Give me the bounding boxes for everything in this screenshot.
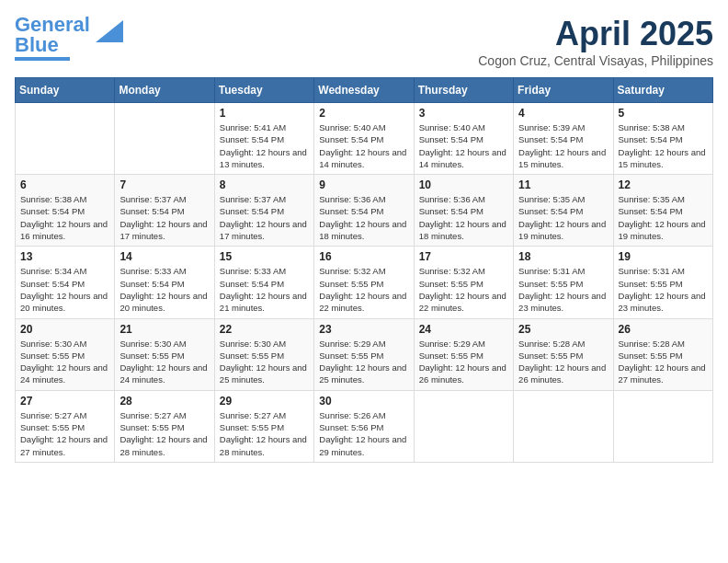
day-info: Sunrise: 5:30 AM Sunset: 5:55 PM Dayligh… xyxy=(119,338,209,386)
title-area: April 2025 Cogon Cruz, Central Visayas, … xyxy=(478,15,713,68)
day-number: 30 xyxy=(319,395,408,408)
calendar-cell: 15Sunrise: 5:33 AM Sunset: 5:54 PM Dayli… xyxy=(214,247,313,318)
calendar-week-row: 20Sunrise: 5:30 AM Sunset: 5:55 PM Dayli… xyxy=(16,318,713,390)
day-number: 9 xyxy=(319,178,408,191)
day-number: 26 xyxy=(619,323,708,336)
calendar-cell xyxy=(414,390,513,462)
day-info: Sunrise: 5:33 AM Sunset: 5:54 PM Dayligh… xyxy=(220,265,309,314)
day-number: 20 xyxy=(20,323,109,336)
calendar-cell: 9Sunrise: 5:36 AM Sunset: 5:54 PM Daylig… xyxy=(314,175,414,247)
calendar-cell: 29Sunrise: 5:27 AM Sunset: 5:55 PM Dayli… xyxy=(214,390,313,462)
day-info: Sunrise: 5:27 AM Sunset: 5:55 PM Dayligh… xyxy=(119,409,209,458)
day-info: Sunrise: 5:40 AM Sunset: 5:54 PM Dayligh… xyxy=(319,121,408,170)
day-number: 16 xyxy=(319,250,408,263)
day-info: Sunrise: 5:27 AM Sunset: 5:55 PM Dayligh… xyxy=(20,409,109,458)
day-number: 7 xyxy=(119,178,209,191)
location-title: Cogon Cruz, Central Visayas, Philippines xyxy=(478,53,713,68)
day-number: 28 xyxy=(119,395,209,408)
logo-text: GeneralBlue xyxy=(15,15,90,55)
day-number: 3 xyxy=(419,107,508,120)
calendar-week-row: 1Sunrise: 5:41 AM Sunset: 5:54 PM Daylig… xyxy=(16,103,713,175)
day-info: Sunrise: 5:28 AM Sunset: 5:55 PM Dayligh… xyxy=(619,338,708,386)
day-number: 2 xyxy=(319,107,408,120)
calendar-cell: 28Sunrise: 5:27 AM Sunset: 5:55 PM Dayli… xyxy=(115,390,214,462)
day-info: Sunrise: 5:27 AM Sunset: 5:55 PM Dayligh… xyxy=(220,409,309,458)
calendar-cell: 10Sunrise: 5:36 AM Sunset: 5:54 PM Dayli… xyxy=(414,175,513,247)
day-info: Sunrise: 5:38 AM Sunset: 5:54 PM Dayligh… xyxy=(619,121,708,170)
calendar-cell: 23Sunrise: 5:29 AM Sunset: 5:55 PM Dayli… xyxy=(314,318,414,390)
day-info: Sunrise: 5:29 AM Sunset: 5:55 PM Dayligh… xyxy=(319,338,408,386)
weekday-header: Sunday xyxy=(16,78,115,103)
calendar-cell: 14Sunrise: 5:33 AM Sunset: 5:54 PM Dayli… xyxy=(115,247,214,318)
day-number: 25 xyxy=(518,323,608,336)
day-info: Sunrise: 5:26 AM Sunset: 5:56 PM Dayligh… xyxy=(319,409,408,458)
weekday-header: Thursday xyxy=(414,78,513,103)
weekday-header: Friday xyxy=(514,78,613,103)
calendar-cell: 30Sunrise: 5:26 AM Sunset: 5:56 PM Dayli… xyxy=(314,390,414,462)
calendar-cell: 24Sunrise: 5:29 AM Sunset: 5:55 PM Dayli… xyxy=(414,318,513,390)
day-info: Sunrise: 5:41 AM Sunset: 5:54 PM Dayligh… xyxy=(220,121,309,170)
day-info: Sunrise: 5:40 AM Sunset: 5:54 PM Dayligh… xyxy=(419,121,508,170)
day-info: Sunrise: 5:30 AM Sunset: 5:55 PM Dayligh… xyxy=(20,338,109,386)
day-info: Sunrise: 5:31 AM Sunset: 5:55 PM Dayligh… xyxy=(619,265,708,314)
calendar-cell: 4Sunrise: 5:39 AM Sunset: 5:54 PM Daylig… xyxy=(514,103,613,175)
day-number: 15 xyxy=(220,250,309,263)
day-number: 10 xyxy=(419,178,508,191)
day-number: 8 xyxy=(220,178,309,191)
day-number: 4 xyxy=(518,107,608,120)
logo-bar xyxy=(15,57,70,61)
calendar-cell xyxy=(514,390,613,462)
calendar-header-row: SundayMondayTuesdayWednesdayThursdayFrid… xyxy=(16,78,713,103)
day-number: 13 xyxy=(20,250,109,263)
day-number: 5 xyxy=(619,107,708,120)
day-info: Sunrise: 5:31 AM Sunset: 5:55 PM Dayligh… xyxy=(518,265,608,314)
calendar-cell: 22Sunrise: 5:30 AM Sunset: 5:55 PM Dayli… xyxy=(214,318,313,390)
day-number: 14 xyxy=(119,250,209,263)
calendar-cell: 25Sunrise: 5:28 AM Sunset: 5:55 PM Dayli… xyxy=(514,318,613,390)
day-info: Sunrise: 5:38 AM Sunset: 5:54 PM Dayligh… xyxy=(20,193,109,242)
day-number: 17 xyxy=(419,250,508,263)
calendar-cell: 20Sunrise: 5:30 AM Sunset: 5:55 PM Dayli… xyxy=(16,318,115,390)
calendar-table: SundayMondayTuesdayWednesdayThursdayFrid… xyxy=(15,77,713,463)
calendar-cell xyxy=(16,103,115,175)
calendar-cell: 26Sunrise: 5:28 AM Sunset: 5:55 PM Dayli… xyxy=(613,318,712,390)
day-info: Sunrise: 5:35 AM Sunset: 5:54 PM Dayligh… xyxy=(518,193,608,242)
weekday-header: Saturday xyxy=(613,78,712,103)
day-number: 6 xyxy=(20,178,109,191)
calendar-cell: 7Sunrise: 5:37 AM Sunset: 5:54 PM Daylig… xyxy=(115,175,214,247)
calendar-week-row: 27Sunrise: 5:27 AM Sunset: 5:55 PM Dayli… xyxy=(16,390,713,462)
day-info: Sunrise: 5:32 AM Sunset: 5:55 PM Dayligh… xyxy=(319,265,408,314)
calendar-cell: 5Sunrise: 5:38 AM Sunset: 5:54 PM Daylig… xyxy=(613,103,712,175)
calendar-cell: 8Sunrise: 5:37 AM Sunset: 5:54 PM Daylig… xyxy=(214,175,313,247)
calendar-cell: 27Sunrise: 5:27 AM Sunset: 5:55 PM Dayli… xyxy=(16,390,115,462)
day-number: 22 xyxy=(220,323,309,336)
day-info: Sunrise: 5:34 AM Sunset: 5:54 PM Dayligh… xyxy=(20,265,109,314)
calendar-cell: 11Sunrise: 5:35 AM Sunset: 5:54 PM Dayli… xyxy=(514,175,613,247)
weekday-header: Monday xyxy=(115,78,214,103)
day-info: Sunrise: 5:39 AM Sunset: 5:54 PM Dayligh… xyxy=(518,121,608,170)
logo: GeneralBlue xyxy=(15,15,123,61)
day-number: 18 xyxy=(518,250,608,263)
calendar-cell xyxy=(613,390,712,462)
calendar-cell: 2Sunrise: 5:40 AM Sunset: 5:54 PM Daylig… xyxy=(314,103,414,175)
day-info: Sunrise: 5:37 AM Sunset: 5:54 PM Dayligh… xyxy=(119,193,209,242)
day-info: Sunrise: 5:35 AM Sunset: 5:54 PM Dayligh… xyxy=(619,193,708,242)
logo-icon xyxy=(96,20,123,42)
day-number: 21 xyxy=(119,323,209,336)
day-info: Sunrise: 5:32 AM Sunset: 5:55 PM Dayligh… xyxy=(419,265,508,314)
calendar-cell: 1Sunrise: 5:41 AM Sunset: 5:54 PM Daylig… xyxy=(214,103,313,175)
weekday-header: Tuesday xyxy=(214,78,313,103)
day-info: Sunrise: 5:36 AM Sunset: 5:54 PM Dayligh… xyxy=(419,193,508,242)
svg-marker-0 xyxy=(96,20,123,42)
day-info: Sunrise: 5:36 AM Sunset: 5:54 PM Dayligh… xyxy=(319,193,408,242)
month-title: April 2025 xyxy=(478,15,713,53)
calendar-week-row: 13Sunrise: 5:34 AM Sunset: 5:54 PM Dayli… xyxy=(16,247,713,318)
day-info: Sunrise: 5:30 AM Sunset: 5:55 PM Dayligh… xyxy=(220,338,309,386)
calendar-cell: 6Sunrise: 5:38 AM Sunset: 5:54 PM Daylig… xyxy=(16,175,115,247)
calendar-cell: 16Sunrise: 5:32 AM Sunset: 5:55 PM Dayli… xyxy=(314,247,414,318)
day-number: 11 xyxy=(518,178,608,191)
calendar-cell: 12Sunrise: 5:35 AM Sunset: 5:54 PM Dayli… xyxy=(613,175,712,247)
calendar-cell: 17Sunrise: 5:32 AM Sunset: 5:55 PM Dayli… xyxy=(414,247,513,318)
day-info: Sunrise: 5:29 AM Sunset: 5:55 PM Dayligh… xyxy=(419,338,508,386)
day-number: 27 xyxy=(20,395,109,408)
